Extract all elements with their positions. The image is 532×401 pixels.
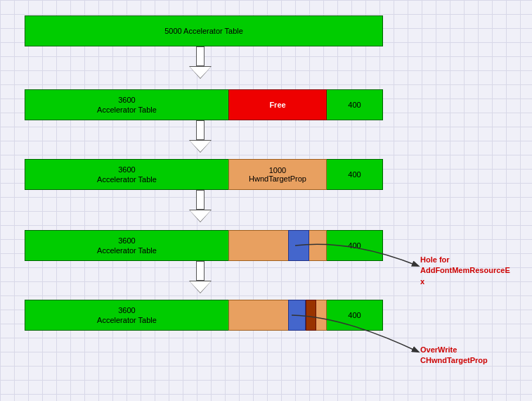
bar-row-1: 3600Accelerator Table Free 400 (25, 89, 383, 120)
bar-brown-4 (306, 300, 316, 331)
bar-row-2: 3600Accelerator Table 1000HwndTargetProp… (25, 159, 383, 190)
bar-label-3c: 400 (348, 241, 361, 250)
label-overwrite: OverWrite CHwndTargetProp (420, 345, 488, 367)
bar-blue-4 (288, 300, 306, 331)
bar-orange-3b (309, 230, 327, 261)
bar-smallgreen-2: 400 (327, 159, 383, 190)
bar-green-4: 3600Accelerator Table (25, 300, 228, 331)
curved-arrow-1 (0, 0, 532, 401)
bar-orange-2: 1000HwndTargetProp (228, 159, 327, 190)
bar-orange-3a (228, 230, 288, 261)
arrow-1 (189, 46, 212, 79)
bar-label-1c: 400 (348, 101, 361, 109)
arrow-4 (189, 261, 212, 293)
bar-label-2b: 1000HwndTargetProp (249, 166, 306, 183)
arrow-2 (189, 120, 212, 153)
bar-green-2: 3600Accelerator Table (25, 159, 228, 190)
diagram-container: 5000 Accelerator Table 3600Accelerator T… (0, 0, 532, 401)
bar-label-2a: 3600Accelerator Table (97, 165, 157, 185)
bar-label-4c: 400 (348, 311, 361, 319)
bar-blue-3 (288, 230, 309, 261)
bar-row-4: 3600Accelerator Table 400 (25, 300, 383, 331)
bar-smallgreen-4: 400 (327, 300, 383, 331)
bar-row-0: 5000 Accelerator Table (25, 15, 383, 46)
arrow-3 (189, 190, 212, 222)
bar-green-0: 5000 Accelerator Table (25, 15, 383, 46)
bar-label-0: 5000 Accelerator Table (164, 26, 243, 36)
bar-label-1a: 3600Accelerator Table (97, 95, 157, 115)
bar-smallgreen-3: 400 (327, 230, 383, 261)
bar-red-1: Free (228, 89, 327, 120)
bar-label-3a: 3600Accelerator Table (97, 236, 157, 256)
curved-arrow-2 (0, 0, 532, 401)
bar-label-4a: 3600Accelerator Table (97, 305, 157, 326)
bar-green-3: 3600Accelerator Table (25, 230, 228, 261)
bar-row-3: 3600Accelerator Table 400 (25, 230, 383, 261)
bar-label-1b: Free (269, 101, 285, 109)
bar-smallgreen-1: 400 (327, 89, 383, 120)
bar-label-2c: 400 (348, 170, 361, 179)
bar-orange-4b (316, 300, 327, 331)
bar-green-1: 3600Accelerator Table (25, 89, 228, 120)
bar-orange-4a (228, 300, 288, 331)
label-hole: Hole for AddFontMemResourceE x (420, 255, 510, 287)
